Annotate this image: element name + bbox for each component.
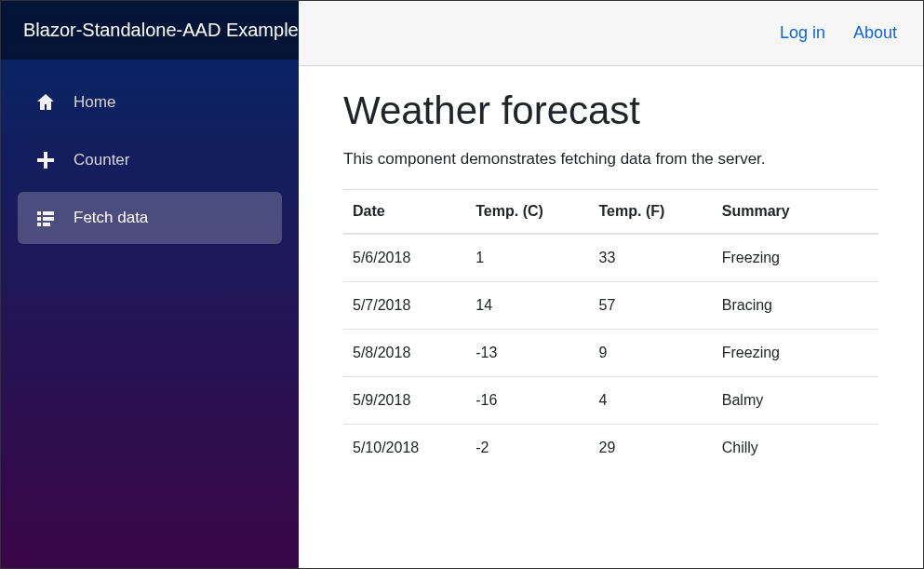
cell-summary: Freezing — [713, 330, 878, 377]
table-row: 5/6/2018 1 33 Freezing — [343, 234, 878, 282]
cell-temp-f: 9 — [590, 330, 713, 377]
cell-temp-f: 29 — [590, 425, 713, 472]
app-title[interactable]: Blazor-Standalone-AAD Example — [1, 1, 299, 60]
forecast-table: Date Temp. (C) Temp. (F) Summary 5/6/201… — [343, 189, 878, 471]
cell-summary: Freezing — [713, 234, 878, 282]
cell-temp-c: -2 — [466, 425, 589, 472]
table-row: 5/9/2018 -16 4 Balmy — [343, 377, 878, 425]
cell-temp-f: 57 — [590, 282, 713, 330]
sidebar-item-home[interactable]: Home — [18, 76, 282, 129]
cell-summary: Chilly — [713, 425, 878, 472]
main: Log in About Weather forecast This compo… — [299, 1, 923, 568]
table-header-summary: Summary — [713, 190, 878, 235]
cell-date: 5/9/2018 — [343, 377, 466, 425]
sidebar: Blazor-Standalone-AAD Example Home Count… — [1, 1, 299, 568]
list-icon — [34, 207, 57, 229]
sidebar-item-label: Home — [74, 93, 115, 112]
cell-summary: Bracing — [713, 282, 878, 330]
sidebar-item-label: Counter — [74, 151, 129, 169]
table-header-row: Date Temp. (C) Temp. (F) Summary — [343, 190, 878, 235]
home-icon — [34, 91, 57, 114]
cell-temp-c: -13 — [466, 330, 589, 377]
table-header-temp-c: Temp. (C) — [466, 190, 589, 235]
about-link[interactable]: About — [853, 23, 897, 43]
content: Weather forecast This component demonstr… — [299, 66, 923, 471]
sidebar-nav: Home Counter Fetch data — [1, 60, 299, 261]
table-header-temp-f: Temp. (F) — [590, 190, 713, 235]
plus-icon — [34, 149, 57, 171]
login-link[interactable]: Log in — [780, 23, 825, 43]
sidebar-item-label: Fetch data — [74, 209, 148, 227]
cell-temp-c: -16 — [466, 377, 589, 425]
cell-date: 5/10/2018 — [343, 425, 466, 472]
cell-temp-c: 14 — [466, 282, 589, 330]
table-row: 5/8/2018 -13 9 Freezing — [343, 330, 878, 377]
table-row: 5/10/2018 -2 29 Chilly — [343, 425, 878, 472]
page-title: Weather forecast — [343, 88, 878, 133]
table-row: 5/7/2018 14 57 Bracing — [343, 282, 878, 330]
cell-summary: Balmy — [713, 377, 878, 425]
cell-temp-f: 33 — [590, 234, 713, 282]
cell-temp-f: 4 — [590, 377, 713, 425]
table-header-date: Date — [343, 190, 466, 235]
cell-temp-c: 1 — [466, 234, 589, 282]
sidebar-item-counter[interactable]: Counter — [18, 134, 282, 186]
cell-date: 5/8/2018 — [343, 330, 466, 377]
page-subtitle: This component demonstrates fetching dat… — [343, 150, 878, 169]
cell-date: 5/6/2018 — [343, 234, 466, 282]
sidebar-item-fetch-data[interactable]: Fetch data — [18, 192, 282, 244]
cell-date: 5/7/2018 — [343, 282, 466, 330]
top-bar: Log in About — [299, 1, 923, 66]
